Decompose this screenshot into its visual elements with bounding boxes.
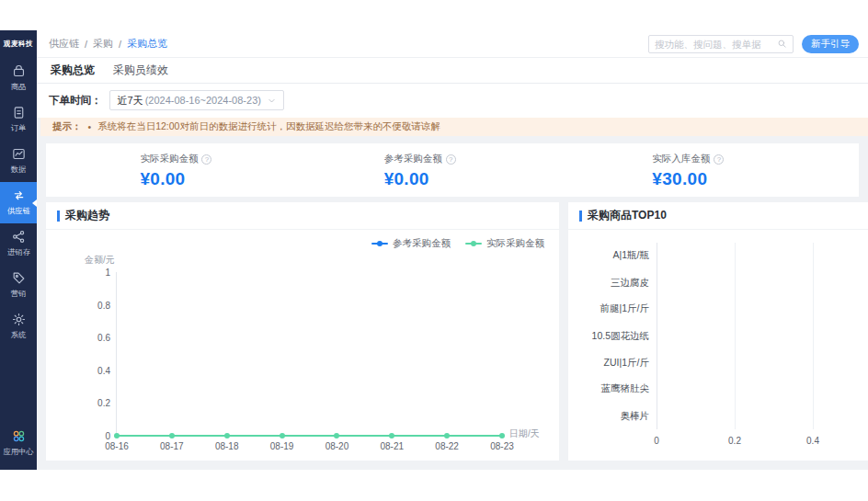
help-icon[interactable]: ? bbox=[714, 154, 724, 165]
gridline bbox=[813, 243, 814, 429]
sidebar-item-label: 供应链 bbox=[7, 206, 30, 217]
sidebar-item-products[interactable]: 商品 bbox=[0, 58, 37, 99]
data-point bbox=[280, 433, 285, 438]
summary-stats-panel: 实际采购金额 ? ¥0.00 参考采购金额 ? ¥0.00 实际入库金额 ? bbox=[46, 143, 859, 197]
x-tick: 08-19 bbox=[270, 441, 294, 451]
x-tick: 0.2 bbox=[728, 436, 741, 446]
line-chart-icon bbox=[11, 146, 27, 162]
y-tick: 0.4 bbox=[97, 365, 110, 375]
category-label: 三边腐皮 bbox=[568, 277, 649, 290]
sidebar-item-supply-chain[interactable]: 供应链 bbox=[0, 182, 37, 223]
x-tick: 08-22 bbox=[435, 441, 459, 451]
gridline bbox=[657, 243, 657, 429]
title-accent-bar bbox=[579, 211, 582, 222]
data-point bbox=[169, 433, 175, 438]
top10-chart-title: 采购商品TOP10 bbox=[588, 208, 667, 223]
sidebar-item-data[interactable]: 数据 bbox=[0, 141, 37, 182]
sidebar-item-app-center[interactable]: 应用中心 bbox=[0, 423, 37, 464]
sidebar-item-inventory[interactable]: 进销存 bbox=[0, 223, 37, 265]
data-point bbox=[499, 433, 505, 438]
notice-bullet: • bbox=[88, 121, 92, 132]
category-label: 奥棒片 bbox=[568, 410, 649, 423]
breadcrumb-supply-chain[interactable]: 供应链 bbox=[49, 37, 79, 51]
stat-value: ¥0.00 bbox=[140, 169, 211, 189]
search-icon[interactable] bbox=[777, 39, 787, 49]
data-point bbox=[444, 433, 450, 438]
y-axis-unit: 金额/元 bbox=[85, 254, 115, 267]
notice-text: 系统将在当日12:00对前日的数据进行统计，因数据延迟给您带来的不便敬请谅解 bbox=[97, 120, 440, 133]
app-center-icon bbox=[11, 428, 27, 444]
tab-buyer-performance[interactable]: 采购员绩效 bbox=[113, 63, 168, 78]
sidebar: 观麦科技 商品 订单 数据 供应链 进销存 bbox=[0, 30, 37, 470]
search-input[interactable] bbox=[655, 39, 777, 50]
y-tick: 0.8 bbox=[97, 300, 110, 310]
category-label: 蓝鹰猪肚尖 bbox=[568, 382, 649, 395]
chevron-down-icon bbox=[268, 97, 276, 105]
date-range-select[interactable]: 近7天 (2024-08-16~2024-08-23) bbox=[109, 90, 284, 110]
global-search[interactable] bbox=[648, 35, 794, 53]
page: 观麦科技 商品 订单 数据 供应链 进销存 bbox=[0, 0, 868, 501]
trend-plot-area: 1 0.8 0.6 0.4 0.2 0 bbox=[116, 272, 502, 436]
beginner-guide-button[interactable]: 新手引导 bbox=[802, 35, 859, 53]
tab-purchase-overview[interactable]: 采购总览 bbox=[51, 63, 95, 78]
y-tick: 0.2 bbox=[97, 398, 110, 408]
x-tick: 08-18 bbox=[215, 441, 239, 451]
help-icon[interactable]: ? bbox=[446, 154, 456, 165]
date-range-value: (2024-08-16~2024-08-23) bbox=[145, 95, 261, 106]
price-tag-icon bbox=[11, 270, 27, 286]
stat-label: 参考采购金额 bbox=[384, 153, 442, 165]
title-accent-bar bbox=[57, 211, 60, 222]
x-tick: 0.4 bbox=[806, 436, 819, 446]
shopping-bag-icon bbox=[11, 63, 27, 79]
top10-products-panel: 采购商品TOP10 A|1瓶/瓶 三边腐皮 前腿|1斤/斤 10.5圆花边纸 Z… bbox=[568, 202, 868, 461]
charts-row: 采购趋势 参考采购金额 实际采购金额 金额/元 bbox=[46, 202, 868, 461]
filter-bar: 下单时间： 近7天 (2024-08-16~2024-08-23) bbox=[37, 84, 868, 118]
data-point bbox=[224, 433, 230, 438]
sidebar-item-label: 系统 bbox=[11, 330, 27, 341]
notice-banner: 提示： • 系统将在当日12:00对前日的数据进行统计，因数据延迟给您带来的不便… bbox=[40, 118, 868, 136]
share-nodes-icon bbox=[11, 229, 27, 245]
trend-legend: 参考采购金额 实际采购金额 bbox=[371, 237, 544, 250]
stat-actual-purchase-amount: 实际采购金额 ? ¥0.00 bbox=[140, 153, 211, 189]
breadcrumb-separator: / bbox=[119, 39, 121, 50]
breadcrumb-current-page: 采购总览 bbox=[127, 37, 167, 51]
help-icon[interactable]: ? bbox=[201, 154, 211, 165]
sidebar-item-label: 营销 bbox=[11, 289, 27, 300]
category-label: ZUI|1斤/斤 bbox=[568, 357, 649, 370]
sidebar-item-label: 进销存 bbox=[7, 247, 30, 258]
stat-value: ¥0.00 bbox=[384, 169, 456, 189]
category-label: A|1瓶/瓶 bbox=[568, 249, 649, 262]
data-point bbox=[114, 433, 120, 438]
stat-value: ¥30.00 bbox=[652, 169, 724, 189]
x-tick: 08-23 bbox=[490, 441, 514, 451]
trend-chart-title: 采购趋势 bbox=[65, 208, 109, 223]
breadcrumb-separator: / bbox=[85, 39, 87, 50]
gear-icon bbox=[11, 312, 27, 327]
top10-grid-area: 0 0.2 0.4 bbox=[657, 243, 868, 429]
y-tick: 0 bbox=[105, 431, 110, 441]
sidebar-item-orders[interactable]: 订单 bbox=[0, 99, 37, 141]
main-area: 供应链 / 采购 / 采购总览 新手引导 采购总览 采购员绩效 bbox=[37, 30, 868, 470]
y-tick: 1 bbox=[105, 268, 110, 278]
order-time-label: 下单时间： bbox=[49, 94, 102, 108]
legend-actual-amount[interactable]: 实际采购金额 bbox=[465, 237, 544, 250]
data-point bbox=[389, 433, 394, 438]
legend-reference-amount[interactable]: 参考采购金额 bbox=[371, 237, 451, 250]
sidebar-item-marketing[interactable]: 营销 bbox=[0, 265, 37, 306]
purchase-trend-panel: 采购趋势 参考采购金额 实际采购金额 金额/元 bbox=[46, 202, 559, 461]
category-label: 前腿|1斤/斤 bbox=[568, 302, 649, 315]
sidebar-item-label: 商品 bbox=[11, 82, 27, 93]
sidebar-item-system[interactable]: 系统 bbox=[0, 306, 37, 347]
date-range-preset: 近7天 bbox=[118, 94, 143, 108]
x-tick: 08-17 bbox=[160, 441, 184, 451]
breadcrumb-purchase[interactable]: 采购 bbox=[93, 37, 113, 51]
x-tick: 08-20 bbox=[326, 441, 349, 451]
sidebar-item-label: 订单 bbox=[11, 123, 27, 134]
category-label: 10.5圆花边纸 bbox=[568, 330, 649, 343]
tabs-bar: 采购总览 采购员绩效 bbox=[37, 58, 868, 84]
order-file-icon bbox=[11, 105, 27, 120]
legend-marker-green bbox=[465, 240, 482, 247]
legend-marker-blue bbox=[371, 240, 388, 247]
x-axis-unit: 日期/天 bbox=[509, 427, 540, 440]
brand-logo: 观麦科技 bbox=[4, 39, 33, 48]
